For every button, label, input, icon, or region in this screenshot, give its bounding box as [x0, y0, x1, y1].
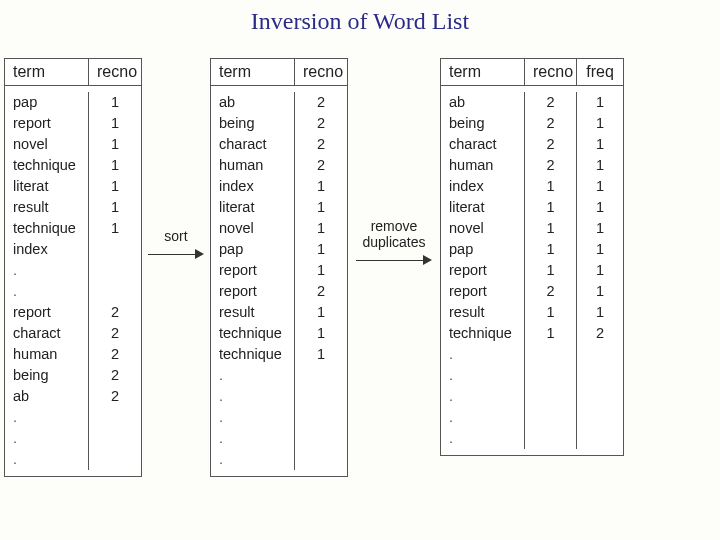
table-row: ab2 [211, 92, 347, 113]
cell-term: pap [441, 239, 525, 260]
arrow-label: remove duplicates [362, 218, 425, 250]
table-row: index1 [211, 176, 347, 197]
table-row: novel11 [441, 218, 623, 239]
cell-recno: 2 [525, 155, 577, 176]
arrow-label-line2: duplicates [362, 234, 425, 250]
table-row: . [5, 407, 141, 428]
cell-freq: 1 [577, 155, 623, 176]
cell-term: . [211, 407, 295, 428]
cell-recno: 2 [525, 113, 577, 134]
cell-term: . [211, 428, 295, 449]
col-header-term: term [211, 59, 295, 85]
table-row: technique1 [5, 218, 141, 239]
diagram-stage: term recno pap1report1novel1technique1li… [4, 58, 716, 530]
cell-freq [577, 344, 623, 365]
cell-term: ab [5, 386, 89, 407]
table-row: result1 [5, 197, 141, 218]
table-row: technique12 [441, 323, 623, 344]
cell-term: result [441, 302, 525, 323]
cell-recno [295, 386, 347, 407]
cell-term: pap [211, 239, 295, 260]
cell-recno: 2 [89, 344, 141, 365]
cell-term: . [211, 449, 295, 470]
cell-term: pap [5, 92, 89, 113]
cell-term: . [441, 428, 525, 449]
col-header-term: term [5, 59, 89, 85]
cell-term: index [5, 239, 89, 260]
table-row: novel1 [211, 218, 347, 239]
table-row: index11 [441, 176, 623, 197]
cell-freq: 1 [577, 281, 623, 302]
cell-term: report [211, 281, 295, 302]
cell-recno: 1 [295, 323, 347, 344]
table-row: technique1 [211, 323, 347, 344]
cell-term: human [211, 155, 295, 176]
col-header-recno: recno [525, 59, 577, 85]
table-row: pap1 [5, 92, 141, 113]
cell-recno: 1 [525, 323, 577, 344]
cell-term: ab [211, 92, 295, 113]
table-row: report11 [441, 260, 623, 281]
cell-term: being [211, 113, 295, 134]
table-row: technique1 [211, 344, 347, 365]
cell-recno [89, 260, 141, 281]
table-row: index [5, 239, 141, 260]
col-header-freq: freq [577, 59, 623, 85]
cell-freq: 1 [577, 302, 623, 323]
table-deduped: term recno freq ab21being21charact21huma… [440, 58, 624, 456]
cell-recno [89, 281, 141, 302]
cell-term: technique [211, 323, 295, 344]
cell-recno [295, 407, 347, 428]
arrow-right-icon [356, 254, 432, 268]
cell-recno [295, 428, 347, 449]
cell-recno: 2 [295, 134, 347, 155]
table-row: novel1 [5, 134, 141, 155]
cell-recno: 1 [89, 134, 141, 155]
table-row: literat1 [5, 176, 141, 197]
table-row: literat1 [211, 197, 347, 218]
table-row: . [441, 407, 623, 428]
table-row: human2 [5, 344, 141, 365]
table-row: technique1 [5, 155, 141, 176]
cell-term: . [211, 386, 295, 407]
cell-term: technique [5, 155, 89, 176]
arrow-label-line1: remove [371, 218, 418, 234]
table-row: ab2 [5, 386, 141, 407]
cell-freq: 2 [577, 323, 623, 344]
cell-recno: 1 [295, 197, 347, 218]
cell-term: literat [5, 176, 89, 197]
cell-term: . [441, 365, 525, 386]
arrow-dedup: remove duplicates [348, 58, 440, 268]
cell-recno [295, 449, 347, 470]
cell-term: technique [441, 323, 525, 344]
cell-freq: 1 [577, 197, 623, 218]
cell-recno [89, 407, 141, 428]
cell-term: . [5, 428, 89, 449]
cell-recno: 2 [525, 134, 577, 155]
table-sorted: term recno ab2being2charact2human2index1… [210, 58, 348, 477]
cell-term: technique [211, 344, 295, 365]
table-row: ab21 [441, 92, 623, 113]
cell-recno: 2 [295, 113, 347, 134]
cell-term: report [5, 113, 89, 134]
cell-freq: 1 [577, 176, 623, 197]
table-row: . [5, 260, 141, 281]
table-row: . [211, 428, 347, 449]
table-row: report21 [441, 281, 623, 302]
cell-recno: 1 [525, 260, 577, 281]
cell-recno: 1 [525, 239, 577, 260]
cell-term: report [441, 260, 525, 281]
table-row: result11 [441, 302, 623, 323]
cell-term: charact [5, 323, 89, 344]
cell-term: charact [211, 134, 295, 155]
table-row: report1 [5, 113, 141, 134]
cell-recno: 1 [295, 218, 347, 239]
cell-term: . [5, 449, 89, 470]
table-row: . [441, 344, 623, 365]
cell-recno [89, 239, 141, 260]
table-unsorted: term recno pap1report1novel1technique1li… [4, 58, 142, 477]
table-body: ab21being21charact21human21index11litera… [441, 86, 623, 455]
cell-term: result [211, 302, 295, 323]
cell-term: index [441, 176, 525, 197]
cell-term: human [441, 155, 525, 176]
